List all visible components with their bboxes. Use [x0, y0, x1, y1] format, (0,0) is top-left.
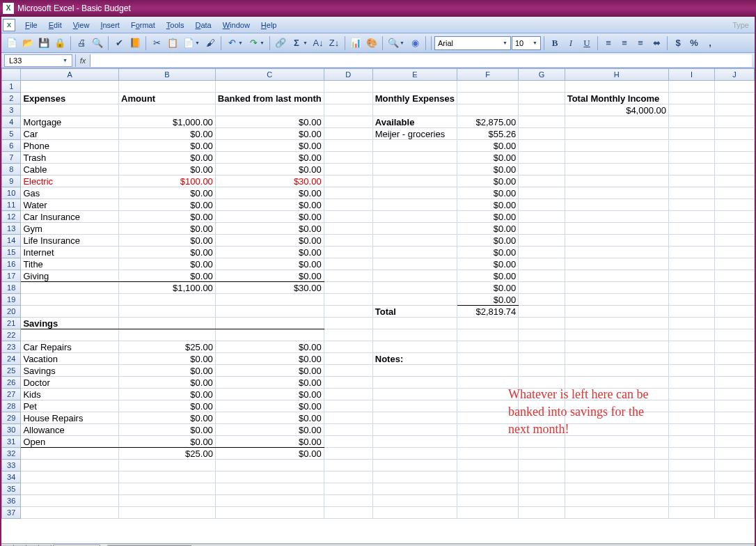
cell-J11[interactable]: [715, 199, 755, 211]
cell-G25[interactable]: [519, 365, 565, 377]
cell-G7[interactable]: [519, 152, 565, 164]
cell-B21[interactable]: [119, 318, 216, 329]
cell-C26[interactable]: $0.00: [215, 377, 324, 389]
cell-C5[interactable]: $0.00: [215, 128, 324, 140]
cell-B17[interactable]: $0.00: [119, 270, 216, 282]
cell-F3[interactable]: [457, 104, 518, 116]
cell-H26[interactable]: [565, 377, 668, 389]
cell-E6[interactable]: [372, 140, 457, 152]
cell-D10[interactable]: [324, 187, 372, 199]
cell-A35[interactable]: [21, 483, 119, 495]
cell-G6[interactable]: [519, 140, 565, 152]
row-header-19[interactable]: 19: [2, 294, 21, 306]
cell-I3[interactable]: [669, 104, 715, 116]
menu-window[interactable]: Window: [217, 19, 255, 31]
cell-J8[interactable]: [715, 164, 755, 176]
row-header-25[interactable]: 25: [2, 365, 21, 377]
row-header-11[interactable]: 11: [2, 199, 21, 211]
cell-G33[interactable]: [519, 460, 565, 471]
comma-icon[interactable]: ,: [702, 36, 718, 51]
cell-F10[interactable]: $0.00: [457, 187, 518, 199]
cell-D24[interactable]: [324, 353, 372, 365]
cell-D31[interactable]: [324, 436, 372, 448]
cell-D7[interactable]: [324, 152, 372, 164]
row-header-37[interactable]: 37: [2, 507, 21, 519]
cell-G4[interactable]: [519, 116, 565, 128]
cell-H36[interactable]: [565, 495, 668, 507]
cell-A10[interactable]: Gas: [21, 187, 119, 199]
row-header-30[interactable]: 30: [2, 424, 21, 436]
cell-G9[interactable]: [519, 176, 565, 187]
cell-B14[interactable]: $0.00: [119, 235, 216, 247]
cell-E29[interactable]: [372, 412, 457, 424]
cell-C24[interactable]: $0.00: [215, 353, 324, 365]
menu-view[interactable]: View: [68, 19, 95, 31]
cell-I8[interactable]: [669, 164, 715, 176]
cell-E23[interactable]: [372, 341, 457, 353]
cell-H9[interactable]: [565, 176, 668, 187]
cell-A13[interactable]: Gym: [21, 223, 119, 235]
cell-D32[interactable]: [324, 448, 372, 460]
cell-D13[interactable]: [324, 223, 372, 235]
cell-C9[interactable]: $30.00: [215, 176, 324, 187]
cell-B8[interactable]: $0.00: [119, 164, 216, 176]
cell-G17[interactable]: [519, 270, 565, 282]
cell-D22[interactable]: [324, 329, 372, 341]
cell-B9[interactable]: $100.00: [119, 176, 216, 187]
cell-A14[interactable]: Life Insurance: [21, 235, 119, 247]
cell-F33[interactable]: [457, 460, 518, 471]
copy-icon[interactable]: 📋: [165, 36, 180, 51]
cell-A27[interactable]: Kids: [21, 389, 119, 400]
cell-E31[interactable]: [372, 436, 457, 448]
cell-B26[interactable]: $0.00: [119, 377, 216, 389]
cell-A26[interactable]: Doctor: [21, 377, 119, 389]
cell-A37[interactable]: [21, 507, 119, 519]
cell-J18[interactable]: [715, 282, 755, 294]
cell-F1[interactable]: [457, 81, 518, 93]
cell-F18[interactable]: $0.00: [457, 282, 518, 294]
new-icon[interactable]: 📄: [4, 36, 19, 51]
cell-D12[interactable]: [324, 211, 372, 223]
cell-I21[interactable]: [669, 318, 715, 329]
cell-F29[interactable]: [457, 412, 518, 424]
row-header-5[interactable]: 5: [2, 128, 21, 140]
cell-J9[interactable]: [715, 176, 755, 187]
cell-D1[interactable]: [324, 81, 372, 93]
cell-B30[interactable]: $0.00: [119, 424, 216, 436]
cell-C4[interactable]: $0.00: [215, 116, 324, 128]
zoom-dropdown-icon[interactable]: ▼: [400, 40, 407, 45]
cell-B36[interactable]: [119, 495, 216, 507]
cell-D23[interactable]: [324, 341, 372, 353]
cell-H12[interactable]: [565, 211, 668, 223]
cell-A21[interactable]: Savings: [21, 318, 119, 329]
cell-A4[interactable]: Mortgage: [21, 116, 119, 128]
fx-icon[interactable]: fx: [75, 54, 90, 67]
cell-C29[interactable]: $0.00: [215, 412, 324, 424]
cell-G16[interactable]: [519, 258, 565, 270]
cell-E3[interactable]: [372, 104, 457, 116]
cell-E25[interactable]: [372, 365, 457, 377]
cell-I11[interactable]: [669, 199, 715, 211]
cell-C37[interactable]: [215, 507, 324, 519]
row-header-13[interactable]: 13: [2, 223, 21, 235]
cell-E36[interactable]: [372, 495, 457, 507]
cell-F34[interactable]: [457, 471, 518, 483]
cell-A29[interactable]: House Repairs: [21, 412, 119, 424]
cell-I32[interactable]: [669, 448, 715, 460]
cell-H29[interactable]: [565, 412, 668, 424]
cell-A7[interactable]: Trash: [21, 152, 119, 164]
cell-A9[interactable]: Electric: [21, 176, 119, 187]
cell-G29[interactable]: [519, 412, 565, 424]
cell-D11[interactable]: [324, 199, 372, 211]
row-header-1[interactable]: 1: [2, 81, 21, 93]
cell-B25[interactable]: $0.00: [119, 365, 216, 377]
cell-A15[interactable]: Internet: [21, 247, 119, 258]
cell-D18[interactable]: [324, 282, 372, 294]
cell-J34[interactable]: [715, 471, 755, 483]
cell-H2[interactable]: Total Monthly Income: [565, 93, 668, 104]
cell-H32[interactable]: [565, 448, 668, 460]
hyperlink-icon[interactable]: 🔗: [273, 36, 288, 51]
row-header-36[interactable]: 36: [2, 495, 21, 507]
cell-B18[interactable]: $1,100.00: [119, 282, 216, 294]
cell-A18[interactable]: [21, 282, 119, 294]
